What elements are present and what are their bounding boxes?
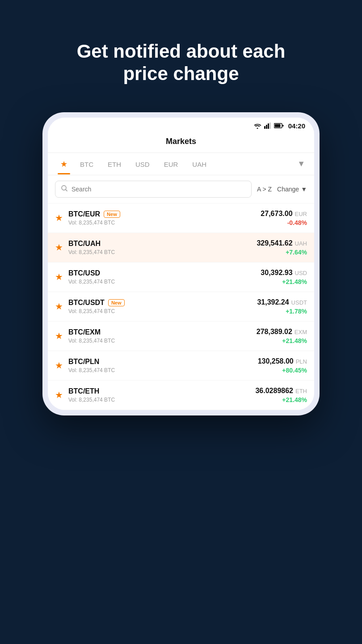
market-name: BTC/USD bbox=[68, 269, 100, 277]
price-value: 30,392.93 bbox=[261, 269, 292, 277]
market-row[interactable]: ★ BTC/EUR New Vol: 8,235,474 BTC 27,673.… bbox=[48, 203, 314, 233]
market-name-row: BTC/EXM bbox=[68, 328, 257, 336]
search-box[interactable] bbox=[55, 181, 252, 198]
favorite-star-btc-exm[interactable]: ★ bbox=[55, 330, 63, 341]
change-dropdown-button[interactable]: Change ▼ bbox=[277, 186, 307, 193]
change-label: Change bbox=[277, 186, 299, 193]
svg-line-8 bbox=[66, 189, 67, 191]
tab-eur[interactable]: EUR bbox=[157, 154, 185, 174]
tab-btc[interactable]: BTC bbox=[73, 154, 101, 174]
price-row: 130,258.00 PLN bbox=[258, 357, 307, 365]
market-row[interactable]: ★ BTC/EXM Vol: 8,235,474 BTC 278,389.02 … bbox=[48, 322, 314, 351]
price-row: 36.0289862 ETH bbox=[255, 387, 307, 395]
market-volume: Vol: 8,235,474 BTC bbox=[68, 397, 255, 403]
market-row[interactable]: ★ BTC/USDT New Vol: 8,235,474 BTC 31,392… bbox=[48, 292, 314, 322]
favorite-star-btc-eth[interactable]: ★ bbox=[55, 390, 63, 400]
price-change: +1.78% bbox=[257, 308, 307, 315]
page-title: Markets bbox=[48, 132, 314, 153]
phone-frame: 04:20 Markets ★ BTC ETH USD EUR UAH ▼ bbox=[42, 112, 320, 415]
market-name-row: BTC/UAH bbox=[68, 240, 257, 248]
favorite-star-btc-pln[interactable]: ★ bbox=[55, 360, 63, 371]
phone-screen: 04:20 Markets ★ BTC ETH USD EUR UAH ▼ bbox=[48, 118, 314, 410]
market-price-col: 278,389.02 EXM +21.48% bbox=[257, 328, 307, 344]
market-price-col: 27,673.00 EUR -0.48% bbox=[261, 210, 307, 226]
price-change: +21.48% bbox=[257, 337, 307, 344]
price-value: 278,389.02 bbox=[257, 328, 292, 336]
svg-rect-6 bbox=[282, 125, 284, 127]
price-value: 31,392.24 bbox=[257, 298, 289, 306]
new-badge: New bbox=[104, 211, 120, 218]
svg-rect-1 bbox=[266, 125, 267, 129]
market-info-btc-usd: BTC/USD Vol: 8,235,474 BTC bbox=[68, 269, 261, 285]
price-value: 27,673.00 bbox=[261, 210, 292, 218]
favorite-star-btc-eur[interactable]: ★ bbox=[55, 212, 63, 223]
market-name: BTC/EXM bbox=[68, 328, 101, 336]
market-name-row: BTC/ETH bbox=[68, 387, 255, 395]
svg-rect-2 bbox=[268, 123, 269, 129]
market-price-col: 36.0289862 ETH +21.48% bbox=[255, 387, 307, 403]
search-icon bbox=[61, 185, 68, 194]
market-name-row: BTC/USD bbox=[68, 269, 261, 277]
search-filter-row: A > Z Change ▼ bbox=[48, 175, 314, 203]
svg-rect-0 bbox=[264, 126, 265, 129]
price-currency: EUR bbox=[295, 211, 307, 217]
price-currency: USD bbox=[295, 270, 307, 276]
market-name: BTC/EUR bbox=[68, 210, 100, 218]
market-name: BTC/ETH bbox=[68, 387, 99, 395]
battery-icon bbox=[274, 123, 284, 128]
market-name: BTC/UAH bbox=[68, 240, 101, 248]
tab-eth[interactable]: ETH bbox=[101, 154, 128, 174]
price-currency: USDT bbox=[291, 299, 307, 306]
market-name-row: BTC/EUR New bbox=[68, 210, 261, 218]
price-currency: PLN bbox=[296, 358, 307, 365]
market-info-btc-pln: BTC/PLN Vol: 8,235,474 BTC bbox=[68, 358, 258, 373]
favorite-star-btc-uah[interactable]: ★ bbox=[55, 242, 63, 253]
svg-rect-3 bbox=[269, 123, 271, 129]
tab-uah[interactable]: UAH bbox=[185, 154, 214, 174]
price-change: -0.48% bbox=[261, 219, 307, 226]
market-row[interactable]: ★ BTC/UAH Vol: 8,235,474 BTC 329,541.62 … bbox=[48, 233, 314, 263]
market-volume: Vol: 8,235,474 BTC bbox=[68, 367, 258, 373]
price-row: 278,389.02 EXM bbox=[257, 328, 307, 336]
tab-favorites[interactable]: ★ bbox=[55, 153, 73, 174]
new-badge: New bbox=[108, 299, 125, 306]
az-sort-button[interactable]: A > Z bbox=[257, 186, 272, 193]
price-value: 130,258.00 bbox=[258, 357, 294, 365]
market-price-col: 329,541.62 UAH +7.64% bbox=[257, 239, 307, 256]
tabs-dropdown-button[interactable]: ▼ bbox=[295, 153, 307, 175]
market-info-btc-usdt: BTC/USDT New Vol: 8,235,474 BTC bbox=[68, 299, 257, 314]
price-change: +7.64% bbox=[257, 249, 307, 256]
market-volume: Vol: 8,235,474 BTC bbox=[68, 220, 261, 226]
wifi-icon bbox=[253, 123, 261, 129]
market-price-col: 30,392.93 USD +21.48% bbox=[261, 269, 307, 285]
price-change: +80.45% bbox=[258, 367, 307, 374]
status-icons: 04:20 bbox=[253, 122, 305, 130]
market-name-row: BTC/PLN bbox=[68, 358, 258, 366]
tab-usd[interactable]: USD bbox=[128, 154, 157, 174]
market-row[interactable]: ★ BTC/PLN Vol: 8,235,474 BTC 130,258.00 … bbox=[48, 351, 314, 381]
change-dropdown-icon: ▼ bbox=[301, 186, 307, 193]
status-bar: 04:20 bbox=[48, 118, 314, 132]
market-info-btc-uah: BTC/UAH Vol: 8,235,474 BTC bbox=[68, 240, 257, 255]
market-name-row: BTC/USDT New bbox=[68, 299, 257, 307]
market-name: BTC/USDT bbox=[68, 299, 105, 307]
price-value: 329,541.62 bbox=[257, 239, 292, 247]
price-row: 329,541.62 UAH bbox=[257, 239, 307, 247]
market-row[interactable]: ★ BTC/ETH Vol: 8,235,474 BTC 36.0289862 … bbox=[48, 381, 314, 410]
market-name: BTC/PLN bbox=[68, 358, 99, 366]
price-change: +21.48% bbox=[261, 278, 307, 285]
favorite-star-btc-usdt[interactable]: ★ bbox=[55, 301, 63, 312]
market-info-btc-exm: BTC/EXM Vol: 8,235,474 BTC bbox=[68, 328, 257, 344]
price-currency: ETH bbox=[295, 388, 307, 394]
svg-rect-5 bbox=[274, 124, 280, 127]
market-info-btc-eth: BTC/ETH Vol: 8,235,474 BTC bbox=[68, 387, 255, 403]
favorite-star-btc-usd[interactable]: ★ bbox=[55, 271, 63, 282]
price-currency: UAH bbox=[295, 240, 307, 247]
status-time: 04:20 bbox=[288, 122, 305, 130]
market-row[interactable]: ★ BTC/USD Vol: 8,235,474 BTC 30,392.93 U… bbox=[48, 263, 314, 292]
market-volume: Vol: 8,235,474 BTC bbox=[68, 338, 257, 344]
price-currency: EXM bbox=[295, 329, 307, 335]
search-input[interactable] bbox=[72, 186, 246, 193]
price-row: 31,392.24 USDT bbox=[257, 298, 307, 306]
price-row: 30,392.93 USD bbox=[261, 269, 307, 277]
